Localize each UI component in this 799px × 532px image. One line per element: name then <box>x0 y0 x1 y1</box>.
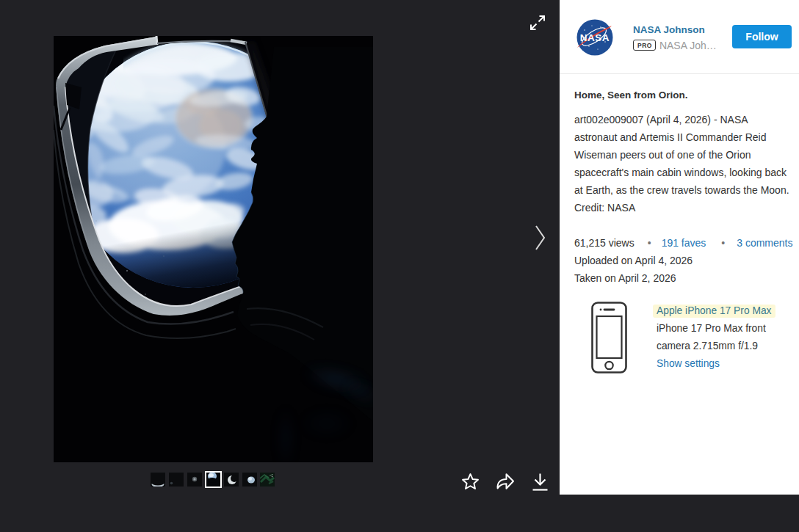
svg-text:NASA: NASA <box>580 32 610 43</box>
